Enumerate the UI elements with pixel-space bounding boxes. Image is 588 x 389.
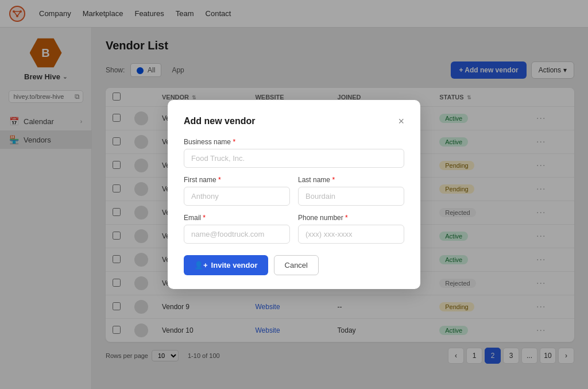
phone-field: Phone number * <box>298 214 404 244</box>
last-name-input[interactable] <box>298 187 404 206</box>
email-label: Email * <box>184 214 290 222</box>
modal-title: Add new vendor <box>184 116 255 126</box>
first-name-input[interactable] <box>184 187 290 206</box>
invite-vendor-button[interactable]: 👤+ Invite vendor <box>184 255 268 275</box>
cancel-button[interactable]: Cancel <box>274 255 319 275</box>
modal-header: Add new vendor × <box>184 116 404 126</box>
phone-label: Phone number * <box>298 214 404 222</box>
business-name-field: Business name * <box>184 138 404 168</box>
name-row: First name * Last name * <box>184 176 404 206</box>
phone-input[interactable] <box>298 225 404 244</box>
modal-actions: 👤+ Invite vendor Cancel <box>184 255 404 275</box>
business-name-label: Business name * <box>184 138 404 146</box>
user-plus-icon: 👤+ <box>194 261 208 269</box>
add-vendor-modal: Add new vendor × Business name * First n… <box>168 100 420 289</box>
first-name-field: First name * <box>184 176 290 206</box>
email-field: Email * <box>184 214 290 244</box>
modal-overlay[interactable]: Add new vendor × Business name * First n… <box>0 0 588 389</box>
business-name-input[interactable] <box>184 149 404 168</box>
last-name-field: Last name * <box>298 176 404 206</box>
first-name-label: First name * <box>184 176 290 184</box>
contact-row: Email * Phone number * <box>184 214 404 244</box>
email-input[interactable] <box>184 225 290 244</box>
modal-close-button[interactable]: × <box>398 116 404 126</box>
last-name-label: Last name * <box>298 176 404 184</box>
